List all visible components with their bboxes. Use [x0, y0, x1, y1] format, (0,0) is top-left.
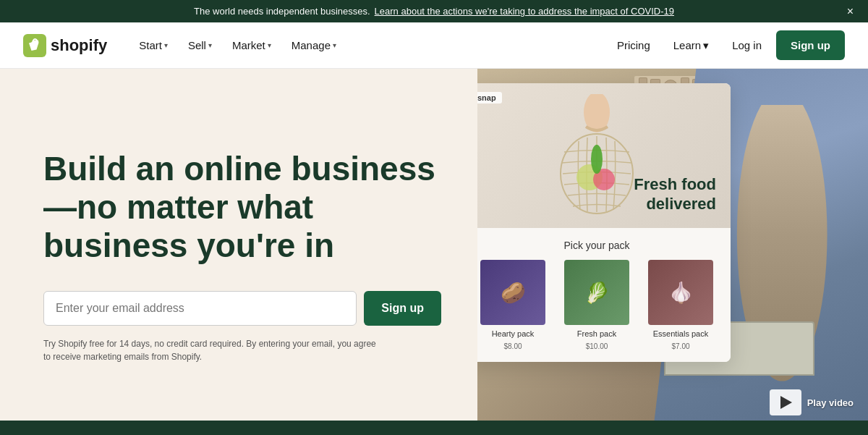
nav-pricing-link[interactable]: Pricing [608, 33, 659, 57]
banner-close-button[interactable]: × [847, 5, 854, 18]
logo-text: shopify [51, 36, 107, 55]
card-overlay-text: Fresh food delivered [634, 175, 716, 214]
fresh-pack-name: Fresh pack [577, 329, 616, 338]
hearty-pack-image: 🥔 [480, 260, 545, 325]
nav-item-manage[interactable]: Manage ▾ [283, 33, 345, 57]
nav-item-market[interactable]: Market ▾ [224, 33, 280, 57]
logo-link[interactable]: shopify [23, 34, 107, 57]
svg-point-5 [591, 145, 603, 174]
main-nav: shopify Start ▾ Sell ▾ Market ▾ Manage ▾… [0, 22, 868, 69]
list-item: 🥔 Hearty pack $8.00 [477, 260, 551, 350]
chevron-down-icon: ▾ [268, 41, 271, 49]
banner-text: The world needs independent businesses. [194, 6, 370, 17]
email-form: Sign up [43, 291, 441, 326]
play-icon [770, 389, 801, 415]
essentials-pack-name: Essentials pack [653, 329, 708, 338]
hero-subtext: Try Shopify free for 14 days, no credit … [43, 337, 376, 363]
card-body: Pick your pack 🥔 Hearty pack $8.00 🥬 F [477, 228, 731, 362]
nav-item-start[interactable]: Start ▾ [130, 33, 176, 57]
nav-item-sell[interactable]: Sell ▾ [179, 33, 221, 57]
fresh-pack-price: $10.00 [586, 342, 608, 350]
essentials-pack-price: $7.00 [671, 342, 689, 350]
list-item: 🥬 Fresh pack $10.00 [558, 260, 635, 350]
email-input[interactable] [43, 291, 357, 326]
list-item: 🧄 Essentials pack $7.00 [642, 260, 719, 350]
overlay-heading: Fresh food delivered [634, 175, 716, 214]
play-triangle-icon [780, 396, 792, 409]
essentials-pack-image: 🧄 [648, 260, 713, 325]
chevron-down-icon: ▾ [164, 41, 168, 49]
banner-link[interactable]: Learn about the actions we're taking to … [375, 6, 674, 17]
product-card: snap [477, 83, 731, 362]
hero-section: Build an online business —no matter what… [0, 69, 477, 430]
chevron-down-icon: ▾ [333, 41, 336, 49]
hero-heading: Build an online business —no matter what… [43, 150, 441, 265]
bottom-bar [0, 421, 868, 435]
nav-left-items: Start ▾ Sell ▾ Market ▾ Manage ▾ [130, 33, 608, 57]
pick-your-pack-title: Pick your pack [477, 240, 719, 251]
snap-label: snap [477, 92, 502, 104]
play-video-button[interactable]: Play video [770, 389, 854, 415]
hero-visual: snap [477, 69, 868, 430]
hero-signup-button[interactable]: Sign up [364, 291, 441, 326]
hearty-pack-name: Hearty pack [492, 329, 535, 338]
main-content: Build an online business —no matter what… [0, 69, 868, 430]
nav-signup-button[interactable]: Sign up [776, 30, 845, 60]
play-video-label: Play video [807, 397, 854, 408]
shopify-logo-icon [23, 34, 46, 57]
chevron-down-icon: ▾ [208, 41, 212, 49]
woman-figure [718, 105, 846, 430]
card-hero-image: snap [477, 83, 731, 228]
announcement-banner: The world needs independent businesses. … [0, 0, 868, 22]
nav-right-items: Pricing Learn ▾ Log in Sign up [608, 30, 845, 60]
chevron-down-icon: ▾ [703, 39, 709, 52]
nav-learn-link[interactable]: Learn ▾ [665, 33, 718, 58]
pack-options: 🥔 Hearty pack $8.00 🥬 Fresh pack $10.00 [477, 260, 719, 350]
hearty-pack-price: $8.00 [503, 342, 522, 350]
nav-login-link[interactable]: Log in [723, 33, 770, 57]
fresh-pack-image: 🥬 [564, 260, 629, 325]
